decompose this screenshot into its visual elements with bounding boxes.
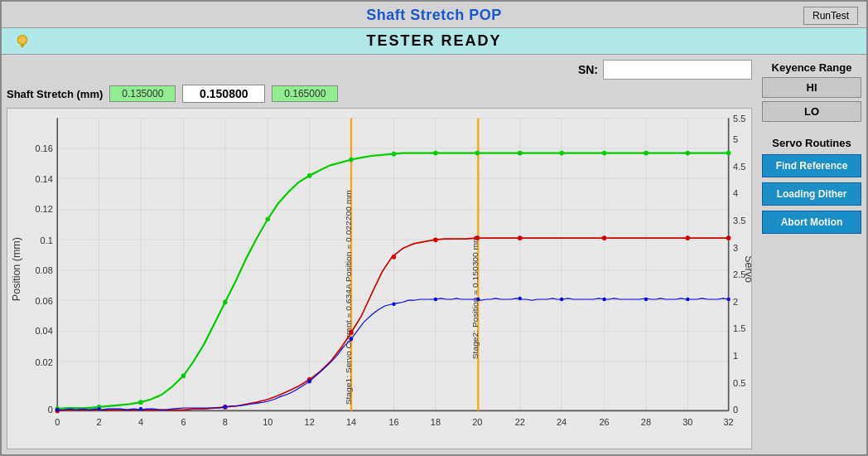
svg-point-85 [307,173,311,178]
servo-section: Servo Routines Find Reference Loading Di… [762,137,861,239]
loading-dither-button[interactable]: Loading Dither [762,182,861,206]
svg-point-91 [559,151,563,156]
svg-point-117 [560,298,563,302]
svg-point-95 [726,151,731,156]
svg-text:3: 3 [733,243,738,253]
svg-point-109 [139,407,142,411]
svg-text:24: 24 [557,416,567,426]
svg-text:22: 22 [515,416,525,426]
main-content: SN: Shaft Stretch (mm) 0.135000 0.150800… [2,55,866,454]
svg-text:4.5: 4.5 [733,162,745,172]
svg-point-120 [686,298,689,302]
svg-text:Position (mm): Position (mm) [12,237,23,301]
svg-text:Stage2: Position = 0.150300 mm: Stage2: Position = 0.150300 mm [471,235,480,359]
page-title: Shaft Stretch POP [366,7,502,24]
keyence-lo-button[interactable]: LO [762,101,861,122]
svg-text:32: 32 [724,416,734,426]
svg-point-121 [726,298,730,302]
svg-text:10: 10 [263,416,272,426]
svg-point-99 [349,330,353,335]
svg-point-106 [726,235,731,240]
svg-text:0.04: 0.04 [35,326,52,336]
svg-text:0.1: 0.1 [41,235,53,245]
svg-text:4: 4 [138,416,143,426]
svg-text:0.5: 0.5 [733,378,745,388]
shaft-lo-value: 0.135000 [109,85,176,102]
shaft-mid-value: 0.150800 [182,85,265,103]
svg-point-118 [602,298,605,302]
svg-text:4: 4 [733,188,738,198]
lightbulb-icon [13,32,31,51]
find-reference-button[interactable]: Find Reference [762,154,861,177]
svg-point-88 [433,151,437,156]
svg-text:0: 0 [48,405,53,415]
svg-text:28: 28 [641,416,651,426]
status-bar: TESTER READY [2,27,866,55]
svg-point-84 [266,216,270,221]
svg-point-113 [392,302,395,306]
sn-input[interactable] [603,60,752,80]
svg-text:3.5: 3.5 [733,216,745,226]
svg-text:26: 26 [600,416,610,426]
svg-point-86 [349,158,353,163]
keyence-section: Keyence Range HI LO [762,61,861,125]
left-panel: SN: Shaft Stretch (mm) 0.135000 0.150800… [2,55,759,454]
svg-point-92 [602,151,606,156]
shaft-stretch-row: Shaft Stretch (mm) 0.135000 0.150800 0.1… [7,85,752,103]
svg-text:0: 0 [733,405,738,415]
svg-point-102 [475,235,480,240]
run-test-button[interactable]: RunTest [803,7,858,25]
svg-point-94 [686,151,690,156]
svg-point-90 [518,151,522,156]
svg-point-104 [602,235,606,240]
chart-svg: 0 0.02 0.04 0.06 0.08 0.1 0.12 0.14 0.16… [7,109,751,449]
keyence-hi-button[interactable]: HI [762,77,861,98]
svg-text:30: 30 [682,416,692,426]
status-text: TESTER READY [366,32,501,50]
svg-rect-1 [21,44,25,46]
svg-point-107 [55,408,59,412]
svg-text:16: 16 [388,416,398,426]
svg-text:14: 14 [346,416,356,426]
svg-point-89 [475,151,480,156]
svg-text:0.06: 0.06 [35,296,52,306]
svg-text:Stage1: Servo Current = 0.634A: Stage1: Servo Current = 0.634A Position … [344,190,353,405]
sn-label: SN: [578,63,598,76]
svg-text:5: 5 [733,134,738,144]
svg-point-115 [476,298,480,302]
abort-motion-button[interactable]: Abort Motion [762,211,861,234]
svg-point-105 [686,235,690,240]
svg-point-108 [97,407,100,411]
svg-text:8: 8 [223,416,228,426]
title-bar: Shaft Stretch POP RunTest [2,2,866,27]
svg-rect-2 [21,46,24,46]
shaft-stretch-label: Shaft Stretch (mm) [7,88,103,100]
svg-point-83 [223,300,227,305]
svg-point-82 [181,373,186,378]
svg-point-119 [644,298,648,302]
servo-routines-title: Servo Routines [762,137,861,149]
keyence-title: Keyence Range [762,61,861,74]
svg-text:Servo: Servo [743,255,751,283]
shaft-hi-value: 0.165000 [272,85,338,102]
svg-text:18: 18 [431,416,441,426]
svg-text:0.12: 0.12 [35,204,52,214]
right-panel: Keyence Range HI LO Servo Routines Find … [759,55,866,454]
svg-text:0: 0 [55,416,60,426]
svg-point-116 [518,297,522,301]
svg-text:5.5: 5.5 [733,114,745,124]
svg-text:1: 1 [733,351,738,361]
svg-point-103 [518,235,522,240]
sn-row: SN: [7,60,752,80]
svg-point-100 [392,255,396,260]
svg-text:0.16: 0.16 [35,143,52,153]
svg-text:12: 12 [305,416,315,426]
svg-point-111 [307,380,311,384]
svg-rect-4 [57,118,728,410]
svg-text:0.08: 0.08 [35,265,52,275]
svg-point-87 [392,152,396,157]
svg-text:2: 2 [733,297,738,307]
svg-point-101 [433,237,437,242]
svg-text:20: 20 [472,416,482,426]
svg-text:0.14: 0.14 [35,174,52,184]
